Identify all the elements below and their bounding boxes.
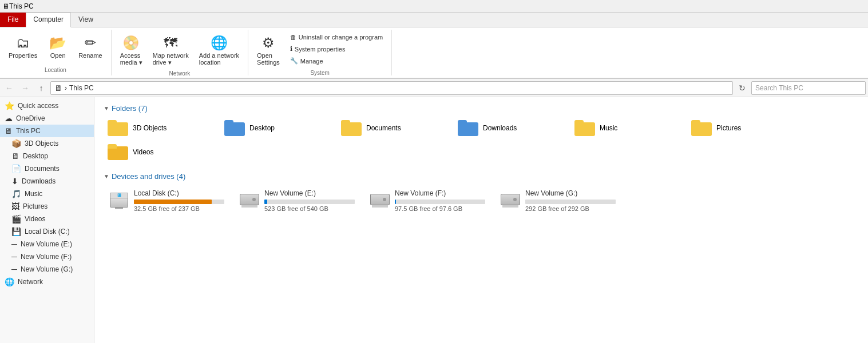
sidebar-item-local-disk-c[interactable]: 💾 Local Disk (C:) — [0, 225, 94, 238]
folder-music[interactable]: Music — [570, 117, 685, 139]
folder-desktop-label: Desktop — [249, 124, 275, 132]
folders-grid: 3D Objects Desktop Documents Downloads M… — [104, 117, 859, 163]
folder-videos-label: Videos — [133, 148, 153, 156]
sidebar-label-music: Music — [25, 190, 42, 198]
sidebar-label-volume-e: New Volume (E:) — [21, 240, 72, 248]
sidebar-label-3d: 3D Objects — [25, 139, 58, 147]
sidebar-item-videos[interactable]: 🎬 Videos — [0, 213, 94, 225]
system-props-button[interactable]: ℹ System properties — [286, 43, 387, 54]
sidebar-label-onedrive: OneDrive — [16, 114, 45, 122]
tab-view[interactable]: View — [71, 13, 101, 27]
sidebar-item-desktop[interactable]: 🖥 Desktop — [0, 150, 94, 162]
sidebar-item-volume-f[interactable]: ─ New Volume (F:) — [0, 250, 94, 263]
drive-item-3[interactable]: New Volume (G:) 292 GB free of 292 GB — [495, 185, 621, 216]
sidebar-label-desktop: Desktop — [23, 152, 48, 160]
folder-3d-label: 3D Objects — [133, 124, 167, 132]
volume-f-icon: ─ — [11, 252, 17, 261]
properties-label: Properties — [9, 52, 37, 59]
uninstall-button[interactable]: 🗑 Uninstall or change a program — [286, 32, 387, 42]
search-placeholder: Search This PC — [755, 84, 803, 92]
title-bar-text: This PC — [9, 2, 34, 10]
map-drive-icon: 🗺 — [164, 35, 177, 51]
open-settings-button[interactable]: ⚙ OpenSettings — [253, 32, 284, 69]
folder-documents-label: Documents — [366, 124, 401, 132]
folders-section-header[interactable]: ▼ Folders (7) — [104, 104, 859, 113]
sidebar-item-network[interactable]: 🌐 Network — [0, 276, 94, 288]
tab-computer[interactable]: Computer — [26, 13, 71, 27]
up-button[interactable]: ↑ — [34, 81, 48, 95]
drives-section-header[interactable]: ▼ Devices and drives (4) — [104, 172, 859, 181]
ribbon: 🗂 Properties 📂 Open ✏ Rename Location 📀 … — [0, 27, 868, 79]
downloads-sidebar-icon: ⬇ — [11, 177, 18, 186]
documents-folder-icon — [341, 120, 362, 136]
add-network-icon: 🌐 — [211, 35, 228, 51]
sidebar-item-downloads[interactable]: ⬇ Downloads — [0, 175, 94, 188]
refresh-button[interactable]: ↻ — [735, 81, 749, 95]
drive-bar-container-3 — [525, 200, 616, 204]
drive-bar-0 — [134, 200, 212, 204]
drives-section-label: Devices and drives (4) — [112, 172, 185, 181]
drive-info-0: Local Disk (C:) 32.5 GB free of 237 GB — [134, 189, 224, 212]
sidebar-item-3d-objects[interactable]: 📦 3D Objects — [0, 137, 94, 150]
properties-button[interactable]: 🗂 Properties — [5, 32, 41, 62]
folder-pictures-label: Pictures — [716, 124, 741, 132]
open-icon: 📂 — [49, 35, 66, 51]
folder-3d-objects[interactable]: 3D Objects — [104, 117, 218, 139]
address-path[interactable]: 🖥 › This PC — [50, 81, 733, 95]
pictures-sidebar-icon: 🖼 — [11, 202, 19, 211]
rename-label: Rename — [78, 52, 102, 59]
folder-downloads[interactable]: Downloads — [454, 117, 568, 139]
pictures-folder-icon — [691, 120, 712, 136]
properties-icon: 🗂 — [16, 35, 30, 51]
settings-icon: ⚙ — [262, 35, 275, 51]
drive-free-3: 292 GB free of 292 GB — [525, 205, 616, 212]
folder-downloads-label: Downloads — [483, 124, 517, 132]
documents-sidebar-icon: 📄 — [11, 164, 21, 173]
folder-pictures[interactable]: Pictures — [687, 117, 802, 139]
sidebar-item-this-pc[interactable]: 🖥 This PC — [0, 125, 94, 137]
manage-button[interactable]: 🔧 Manage — [286, 55, 387, 66]
rename-button[interactable]: ✏ Rename — [74, 32, 106, 62]
sidebar-item-volume-e[interactable]: ─ New Volume (E:) — [0, 238, 94, 250]
forward-button[interactable]: → — [18, 81, 32, 95]
sidebar-label-documents: Documents — [25, 165, 60, 173]
back-button[interactable]: ← — [2, 81, 16, 95]
sidebar-item-volume-g[interactable]: ─ New Volume (G:) — [0, 263, 94, 276]
this-pc-icon: 🖥 — [5, 126, 13, 135]
map-drive-button[interactable]: 🗺 Map networkdrive ▾ — [149, 32, 193, 69]
drive-name-2: New Volume (F:) — [395, 189, 485, 197]
sidebar-label-network: Network — [18, 278, 43, 286]
drive-item-1[interactable]: New Volume (E:) 523 GB free of 540 GB — [234, 185, 360, 216]
quick-access-icon: ⭐ — [5, 101, 14, 110]
manage-label: Manage — [300, 58, 323, 65]
folder-desktop[interactable]: Desktop — [220, 117, 335, 139]
ribbon-group-location: 🗂 Properties 📂 Open ✏ Rename Location — [0, 30, 112, 75]
drive-item-2[interactable]: New Volume (F:) 97.5 GB free of 97.6 GB — [364, 185, 490, 216]
sidebar-item-pictures[interactable]: 🖼 Pictures — [0, 200, 94, 213]
sidebar-item-onedrive[interactable]: ☁ OneDrive — [0, 112, 94, 125]
folder-videos[interactable]: Videos — [104, 141, 218, 163]
tab-file[interactable]: File — [0, 13, 26, 27]
sidebar-item-music[interactable]: 🎵 Music — [0, 188, 94, 200]
drive-bar-container-2 — [395, 200, 485, 204]
folder-documents[interactable]: Documents — [337, 117, 451, 139]
drive-bar-2 — [395, 200, 396, 204]
sidebar-item-quick-access[interactable]: ⭐ Quick access — [0, 99, 94, 112]
desktop-folder-icon — [224, 120, 245, 136]
add-network-button[interactable]: 🌐 Add a networklocation — [195, 32, 243, 69]
drive-item-0[interactable]: ⊞ Local Disk (C:) 32.5 GB free of 237 GB — [104, 185, 229, 216]
search-box[interactable]: Search This PC — [751, 81, 866, 95]
sidebar-item-documents[interactable]: 📄 Documents — [0, 162, 94, 175]
open-button[interactable]: 📂 Open — [43, 32, 72, 62]
network-group-label: Network — [169, 69, 191, 77]
map-drive-label: Map networkdrive ▾ — [153, 52, 189, 66]
drive-info-2: New Volume (F:) 97.5 GB free of 97.6 GB — [395, 189, 485, 212]
path-text: This PC — [69, 84, 94, 92]
drive-name-0: Local Disk (C:) — [134, 189, 224, 197]
drive-info-1: New Volume (E:) 523 GB free of 540 GB — [264, 189, 355, 212]
drive-name-3: New Volume (G:) — [525, 189, 616, 197]
sidebar-label-pictures: Pictures — [23, 202, 47, 210]
ribbon-tabs: File Computer View — [0, 13, 868, 27]
drive-free-0: 32.5 GB free of 237 GB — [134, 205, 224, 212]
access-media-button[interactable]: 📀 Accessmedia ▾ — [116, 32, 146, 69]
